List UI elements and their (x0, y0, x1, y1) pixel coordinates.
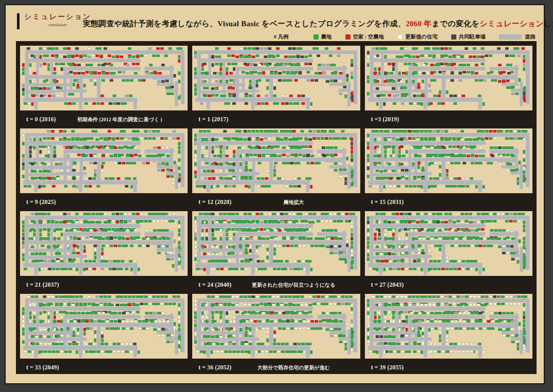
header-accent-text: シミュレーション (480, 20, 544, 28)
tile-timestep-label: t = 15 (2031) (365, 198, 404, 206)
simulation-map-canvas (20, 211, 188, 276)
simulation-map-canvas (365, 46, 532, 110)
legend-item: 農地 (314, 33, 332, 41)
legend-item-label: 道路 (525, 33, 536, 41)
page-subtitle: -simulation- (48, 23, 68, 27)
tile-timestep-label: t = 12 (2028) (192, 198, 231, 206)
simulation-tile: t = 1 (2017) (192, 46, 360, 128)
legend-title: # 凡例 (274, 33, 289, 41)
tile-timestep-label: t = 36 (2052) (192, 364, 231, 371)
simulation-map-canvas (20, 294, 188, 359)
tile-caption: t = 36 (2052) 大部分で既存住宅の更新が進む (192, 359, 360, 377)
legend-swatch-bar (499, 34, 522, 40)
legend: # 凡例 農地空家 / 空農地更新後の住宅共同駐車場道路 (274, 33, 536, 41)
legend-item: 道路 (499, 33, 536, 41)
tile-caption: t = 12 (2028) 農地拡大 (192, 193, 360, 211)
simulation-tile: t = 36 (2052) 大部分で既存住宅の更新が進む (192, 294, 360, 377)
tile-caption: t = 21 (2037) (20, 276, 188, 294)
header-text: までの変化を (432, 20, 480, 28)
simulation-tile: t = 39 (2055) (365, 294, 532, 377)
legend-item-label: 共同駐車場 (459, 33, 486, 41)
tile-timestep-label: t = 27 (2043) (365, 281, 404, 289)
simulation-map-canvas (192, 128, 360, 193)
legend-item-label: 農地 (321, 33, 332, 41)
simulation-map-canvas (20, 46, 188, 110)
simulation-panel: t = 0 (2016) 初期条件 (2012 年度の調査に基づく ) t = … (16, 41, 537, 374)
tile-timestep-label: t = 0 (2016) (20, 116, 56, 123)
simulation-tile: t = 9 (2025) (20, 128, 188, 211)
tile-annotation: 大部分で既存住宅の更新が進む (231, 364, 360, 371)
legend-item-label: 空家 / 空農地 (353, 33, 384, 41)
simulation-map-canvas (20, 128, 188, 193)
tile-caption: t = 24 (2040) 更新された住宅が目立つようになる (192, 276, 360, 294)
legend-swatch-square (314, 34, 319, 40)
header-accent-text: 2060 年 (405, 20, 432, 28)
legend-swatch-square (397, 34, 402, 40)
legend-swatch-square (345, 34, 351, 40)
title-block: シミュレーション -simulation- (17, 12, 91, 29)
legend-item: 共同駐車場 (451, 33, 486, 41)
tile-timestep-label: t =3 (2019) (365, 116, 399, 123)
tile-caption: t = 1 (2017) (192, 110, 360, 128)
tile-caption: t =3 (2019) (365, 110, 532, 128)
tile-caption: t = 9 (2025) (20, 193, 188, 211)
simulation-map-canvas (192, 46, 360, 110)
simulation-tile: t = 21 (2037) (20, 211, 188, 294)
simulation-tile: t = 12 (2028) 農地拡大 (192, 128, 360, 211)
tile-timestep-label: t = 1 (2017) (192, 116, 228, 123)
tile-annotation: 更新された住宅が目立つようになる (231, 282, 360, 289)
simulation-tile: t = 0 (2016) 初期条件 (2012 年度の調査に基づく ) (20, 46, 188, 128)
tile-timestep-label: t = 33 (2049) (20, 364, 59, 371)
tile-caption: t = 0 (2016) 初期条件 (2012 年度の調査に基づく ) (20, 110, 188, 128)
board-header: シミュレーション -simulation- 実態調査や統計予測を考慮しながら、V… (6, 5, 544, 40)
header-text: 実態調査や統計予測を考慮しながら、Visual Basic をベースとしたプログ… (83, 20, 405, 28)
simulation-tile: t = 27 (2043) (365, 211, 532, 294)
simulation-map-canvas (365, 128, 532, 193)
legend-item-label: 更新後の住宅 (405, 33, 437, 41)
simulation-map-canvas (192, 211, 360, 276)
tile-annotation: 初期条件 (2012 年度の調査に基づく ) (56, 116, 188, 123)
page-title: シミュレーション (24, 12, 91, 22)
tile-timestep-label: t = 21 (2037) (20, 281, 59, 289)
tile-caption: t = 39 (2055) (365, 359, 532, 377)
simulation-map-canvas (365, 294, 532, 359)
simulation-tile: t = 24 (2040) 更新された住宅が目立つようになる (192, 211, 360, 294)
tile-timestep-label: t = 24 (2040) (192, 281, 231, 289)
legend-item: 空家 / 空農地 (345, 33, 384, 41)
tile-caption: t = 15 (2031) (365, 193, 532, 211)
tile-annotation: 農地拡大 (231, 199, 360, 206)
tile-caption: t = 27 (2043) (365, 276, 532, 294)
simulation-map-canvas (365, 211, 532, 276)
simulation-tile: t = 33 (2049) (20, 294, 188, 377)
legend-item: 更新後の住宅 (397, 33, 437, 41)
simulation-map-canvas (192, 294, 360, 359)
legend-swatch-square (451, 34, 456, 40)
simulation-tile: t =3 (2019) (365, 46, 532, 128)
header-description: 実態調査や統計予測を考慮しながら、Visual Basic をベースとしたプログ… (83, 19, 478, 29)
tile-caption: t = 33 (2049) (20, 359, 188, 377)
board-page: シミュレーション -simulation- 実態調査や統計予測を考慮しながら、V… (5, 4, 545, 384)
title-accent-bar (17, 13, 20, 29)
header-text: した (544, 20, 553, 28)
simulation-tile: t = 15 (2031) (365, 128, 532, 211)
tile-timestep-label: t = 39 (2055) (365, 364, 404, 371)
tile-timestep-label: t = 9 (2025) (20, 198, 56, 206)
